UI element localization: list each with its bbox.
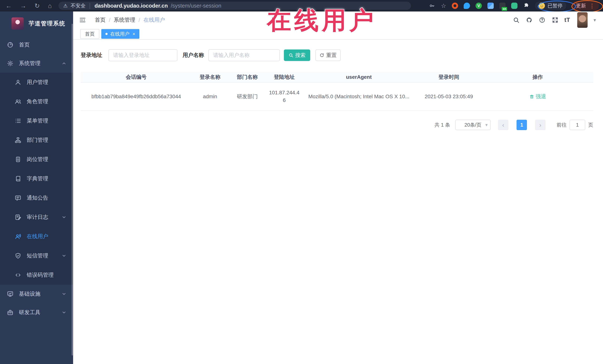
page-1-button[interactable]: 1 [517, 120, 527, 130]
next-page-button[interactable]: › [535, 120, 545, 130]
header-actions: tT ▾ [512, 12, 603, 28]
sidebar-item-system[interactable]: 系统管理 [0, 54, 73, 73]
extensions-puzzle-icon[interactable] [523, 3, 529, 9]
table-row: bfbb1ab79ba849e49fb26ddb56a73044 admin 研… [81, 83, 593, 111]
extension-v-icon[interactable]: V [475, 3, 482, 9]
sidebar-item-sms-mgmt[interactable]: 短信管理 [0, 246, 73, 265]
extension-drop-icon[interactable] [464, 3, 470, 9]
forward-icon[interactable]: → [20, 3, 26, 9]
help-icon[interactable] [538, 16, 546, 24]
close-icon[interactable]: × [132, 32, 135, 36]
reset-button-label: 重置 [326, 52, 336, 59]
force-logout-button[interactable]: 强退 [529, 93, 546, 100]
annotation-title: 在线用户 [267, 4, 377, 37]
sidebar-item-audit-log[interactable]: 审计日志 [0, 208, 73, 227]
url-host: dashboard.yudao.iocoder.cn [95, 3, 168, 9]
sidebar-item-label: 系统管理 [19, 60, 40, 67]
content: 登录地址 用户名称 搜索 重置 会话编号 [73, 40, 603, 364]
reload-icon[interactable]: ↻ [35, 3, 40, 9]
caret-down-icon: ▾ [485, 122, 487, 128]
sidebar-item-label: 菜单管理 [27, 117, 48, 124]
sidebar-item-label: 审计日志 [27, 213, 48, 221]
extension-database-icon[interactable]: sn [499, 3, 506, 9]
breadcrumb-separator: / [109, 17, 110, 23]
sidebar-item-dict-mgmt[interactable]: 字典管理 [0, 169, 73, 188]
sidebar-item-infrastructure[interactable]: 基础设施 [0, 285, 73, 303]
sidebar-item-label: 部门管理 [27, 136, 48, 144]
breadcrumb-home[interactable]: 首页 [95, 16, 105, 24]
sidebar-item-user-mgmt[interactable]: 用户管理 [0, 73, 73, 92]
profile-paused-chip[interactable]: ☺ 已暂停 [535, 1, 566, 10]
bookmark-star-icon[interactable]: ☆ [441, 2, 446, 9]
github-icon[interactable] [525, 16, 533, 24]
browser-update-button[interactable]: 更新 ⋮ [572, 1, 599, 11]
sidebar-item-dev-tools[interactable]: 研发工具 [0, 303, 73, 322]
code-icon [14, 272, 22, 278]
main-area: 首页 / 系统管理 / 在线用户 [73, 11, 603, 364]
online-user-icon [14, 233, 22, 240]
sidebar-logo[interactable]: 芋道管理系统 [0, 11, 73, 36]
sessions-table: 会话编号 登录名称 部门名称 登陆地址 userAgent 登录时间 操作 bf… [81, 72, 593, 111]
breadcrumb-current: 在线用户 [143, 16, 165, 24]
search-icon[interactable] [512, 16, 520, 24]
page: ← → ↻ ⌂ ⚠ 不安全 │ dashboard.yudao.iocoder.… [0, 0, 603, 364]
browser-menu-icon[interactable]: ⋮ [589, 3, 595, 9]
sidebar-item-dept-mgmt[interactable]: 部门管理 [0, 131, 73, 150]
sidebar-item-error-code[interactable]: 错误码管理 [0, 265, 73, 285]
avatar[interactable] [577, 12, 588, 28]
logo-image [12, 17, 24, 30]
sidebar: 芋道管理系统 首页 系统管理 [0, 11, 73, 364]
hamburger-icon[interactable] [79, 16, 86, 24]
menu-list-icon [14, 117, 22, 124]
back-icon[interactable]: ← [6, 3, 12, 9]
login-address-input[interactable] [108, 49, 177, 61]
announcement-icon [14, 194, 22, 201]
breadcrumb: 首页 / 系统管理 / 在线用户 [95, 16, 165, 24]
page-size-value: 20条/页 [464, 121, 481, 128]
tab-online-users[interactable]: 在线用户 × [101, 29, 139, 39]
col-dept-name: 部门名称 [228, 74, 266, 81]
cell-user-agent: Mozilla/5.0 (Macintosh; Intel Mac OS X 1… [302, 94, 416, 99]
search-button[interactable]: 搜索 [284, 49, 310, 61]
username-input[interactable] [208, 49, 280, 61]
goto-page-input[interactable] [570, 120, 585, 130]
col-session-id: 会话编号 [81, 74, 192, 81]
sidebar-item-label: 首页 [19, 41, 30, 49]
audit-log-icon [14, 214, 22, 221]
sidebar-scrollbar[interactable] [72, 24, 73, 355]
sidebar-item-role-mgmt[interactable]: 角色管理 [0, 92, 73, 111]
sidebar-item-notice[interactable]: 通知公告 [0, 188, 73, 208]
tab-label: 首页 [85, 31, 95, 37]
cell-login-name: admin [192, 94, 228, 99]
key-icon[interactable] [429, 2, 435, 9]
fullscreen-icon[interactable] [551, 16, 559, 24]
sidebar-item-online-users[interactable]: 在线用户 [0, 227, 73, 246]
sidebar-item-label: 岗位管理 [27, 156, 48, 163]
extension-orange-icon[interactable] [452, 3, 458, 9]
sidebar-item-home[interactable]: 首页 [0, 36, 73, 54]
active-dot-icon [105, 33, 108, 35]
force-logout-label: 强退 [536, 93, 546, 100]
sidebar-item-menu-mgmt[interactable]: 菜单管理 [0, 111, 73, 131]
caret-down-icon[interactable]: ▾ [593, 17, 596, 23]
sidebar-item-post-mgmt[interactable]: 岗位管理 [0, 150, 73, 169]
security-label[interactable]: 不安全 [70, 2, 86, 9]
app-frame: 芋道管理系统 首页 系统管理 [0, 11, 603, 364]
warning-icon: ⚠ [63, 3, 68, 9]
extension-blue-icon[interactable] [487, 3, 494, 9]
col-login-name: 登录名称 [192, 74, 228, 81]
font-size-icon[interactable]: tT [564, 17, 570, 23]
extension-badge: sn [502, 7, 507, 11]
page-size-select[interactable]: 20条/页 ▾ [455, 120, 491, 130]
col-login-time: 登录时间 [416, 74, 482, 81]
extension-green-icon[interactable] [511, 3, 517, 9]
cell-dept-name: 研发部门 [228, 93, 266, 100]
filter-form: 登录地址 用户名称 搜索 重置 [81, 49, 603, 61]
goto-label: 前往 [557, 121, 567, 128]
prev-page-button[interactable]: ‹ [498, 120, 508, 130]
breadcrumb-system[interactable]: 系统管理 [114, 16, 135, 24]
home-icon[interactable]: ⌂ [48, 3, 52, 9]
tab-home[interactable]: 首页 [80, 29, 99, 39]
reset-button[interactable]: 重置 [315, 49, 341, 61]
paused-label: 已暂停 [547, 2, 563, 9]
